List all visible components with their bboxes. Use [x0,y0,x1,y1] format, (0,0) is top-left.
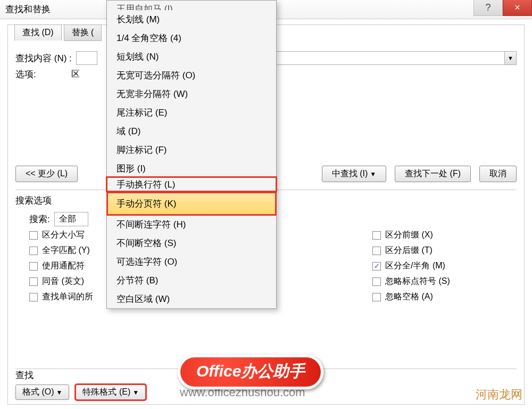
menu-item[interactable]: 尾注标记 (E) [107,103,276,122]
checkbox-icon [29,262,38,271]
menu-highlight-box-top: 手动换行符 (L) [107,177,276,191]
check-fullhalf[interactable]: ✓区分全/半角 (M) [372,260,517,272]
menu-item[interactable]: 空白区域 (W) [107,290,276,306]
menu-item[interactable]: 长划线 (M) [107,10,276,29]
less-button[interactable]: << 更少 (L) [15,166,78,182]
find-in-label: 中查找 (I) [332,168,368,179]
special-format-button[interactable]: 特殊格式 (E) ▼ [76,385,146,400]
help-button[interactable]: ? [473,0,503,16]
check-punct[interactable]: 忽略标点符号 (S) [372,276,517,287]
close-button[interactable]: × [503,0,532,16]
window-title: 查找和替换 [5,3,51,15]
watermark-pill: Office办公助手 [178,355,323,389]
checkbox-icon [372,277,381,286]
format-button[interactable]: 格式 (O) ▼ [15,385,69,400]
search-scope-select[interactable]: 全部 [54,212,88,226]
find-in-button[interactable]: 中查找 (I) ▼ [322,166,386,182]
checks-right: 区分前缀 (X) 区分后缀 (T) ✓区分全/半角 (M) 忽略标点符号 (S)… [266,230,517,302]
checkbox-icon [29,293,38,301]
checkbox-icon [29,231,38,240]
tab-replace[interactable]: 替换 ( [64,24,102,41]
menu-item-cut[interactable]: 王用自如马 (I) [107,3,276,10]
checkbox-icon [29,277,38,286]
find-combo[interactable]: ▼ [261,51,517,65]
titlebar-buttons: ? × [473,0,532,19]
checkbox-icon [372,293,381,301]
menu-item[interactable]: 图形 (I) [107,159,276,178]
checkbox-icon: ✓ [372,262,381,271]
menu-item[interactable]: 无宽非分隔符 (W) [107,85,276,103]
menu-item[interactable]: 短划线 (N) [107,47,276,66]
menu-item[interactable]: 手动换行符 (L) [107,177,276,194]
chevron-down-icon[interactable]: ▼ [504,52,516,64]
tab-find[interactable]: 查找 (D) [14,24,62,41]
checkbox-icon [372,231,381,240]
menu-item[interactable]: 分节符 (B) [107,271,276,290]
format-label: 格式 (O) [22,387,54,398]
chevron-down-icon: ▼ [132,389,139,396]
options-value: 区 [71,69,80,80]
find-next-button[interactable]: 查找下一处 (F) [395,166,471,182]
checkbox-icon [372,247,381,255]
cancel-button[interactable]: 取消 [479,166,517,182]
check-space[interactable]: 忽略空格 (A) [372,291,517,302]
menu-item[interactable]: 无宽可选分隔符 (O) [107,66,276,85]
find-input-left[interactable] [76,51,97,65]
menu-item[interactable]: 不间断连字符 (H) [107,215,276,234]
menu-item[interactable]: 可选连字符 (O) [107,252,276,271]
checkbox-icon [29,247,38,255]
menu-item[interactable]: 1/4 全角空格 (4) [107,29,276,47]
options-label: 选项: [15,68,36,80]
search-label: 搜索: [29,213,50,225]
menu-item[interactable]: 域 (D) [107,122,276,141]
chevron-down-icon: ▼ [370,170,376,178]
find-what-label: 查找内容 (N) : [15,52,72,64]
menu-item[interactable]: 不间断空格 (S) [107,234,276,252]
check-suffix[interactable]: 区分后缀 (T) [372,245,517,256]
menu-item[interactable]: 脚注标记 (F) [107,141,276,159]
watermark-corner: 河南龙网 [476,387,522,403]
chevron-down-icon: ▼ [56,389,63,396]
special-format-menu: 王用自如马 (I) 长划线 (M) 1/4 全角空格 (4) 短划线 (N) 无… [106,0,277,309]
special-label: 特殊格式 (E) [82,387,130,398]
check-prefix[interactable]: 区分前缀 (X) [372,230,517,241]
menu-item-manual-page-break[interactable]: 手动分页符 (K) [107,192,276,215]
